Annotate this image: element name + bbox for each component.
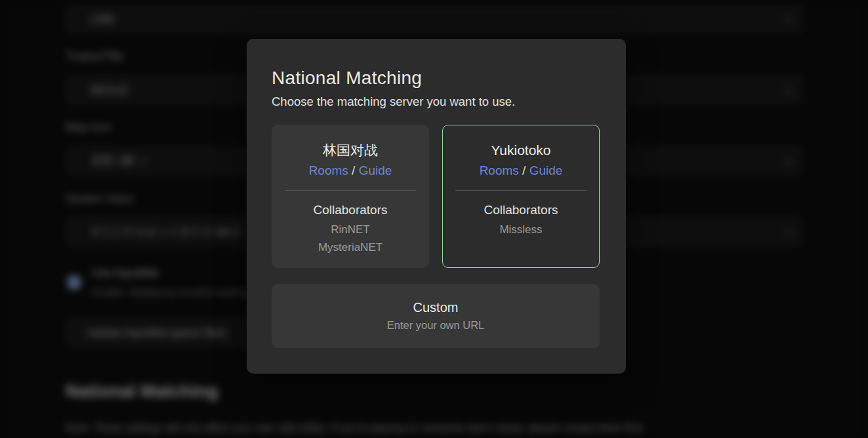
- custom-server-card[interactable]: Custom Enter your own URL: [272, 284, 600, 348]
- guide-link[interactable]: Guide: [359, 164, 392, 177]
- server-card-linguo[interactable]: 林国对战 Rooms / Guide Collaborators RinNET …: [272, 125, 429, 268]
- server-card-yukiotoko[interactable]: Yukiotoko Rooms / Guide Collaborators Mi…: [442, 125, 600, 268]
- server-links: Rooms / Guide: [443, 162, 599, 179]
- collaborators-label: Collaborators: [443, 202, 599, 219]
- collaborator-name: Missless: [443, 221, 599, 238]
- server-name: Yukiotoko: [443, 142, 599, 159]
- rooms-link[interactable]: Rooms: [480, 164, 519, 177]
- collaborator-name: RinNET: [272, 221, 429, 238]
- link-separator: /: [522, 164, 526, 177]
- custom-card-subtitle: Enter your own URL: [272, 317, 600, 334]
- app-window: LINE ▾ Trophy/Title NEXUS ▾ Map Icon 天羽々…: [0, 0, 868, 438]
- guide-link[interactable]: Guide: [529, 164, 563, 177]
- server-links: Rooms / Guide: [272, 162, 429, 179]
- server-name: 林国对战: [272, 142, 429, 159]
- card-divider: [285, 190, 416, 191]
- collaborator-name: MysteriaNET: [272, 238, 429, 256]
- national-matching-dialog: National Matching Choose the matching se…: [247, 39, 626, 374]
- card-divider: [455, 190, 587, 191]
- collaborators-label: Collaborators: [272, 202, 429, 219]
- server-options-row: 林国对战 Rooms / Guide Collaborators RinNET …: [272, 125, 601, 268]
- dialog-subtitle: Choose the matching server you want to u…: [272, 95, 601, 109]
- dialog-title: National Matching: [272, 68, 601, 89]
- rooms-link[interactable]: Rooms: [309, 164, 348, 177]
- custom-card-title: Custom: [272, 298, 600, 317]
- link-separator: /: [352, 164, 355, 177]
